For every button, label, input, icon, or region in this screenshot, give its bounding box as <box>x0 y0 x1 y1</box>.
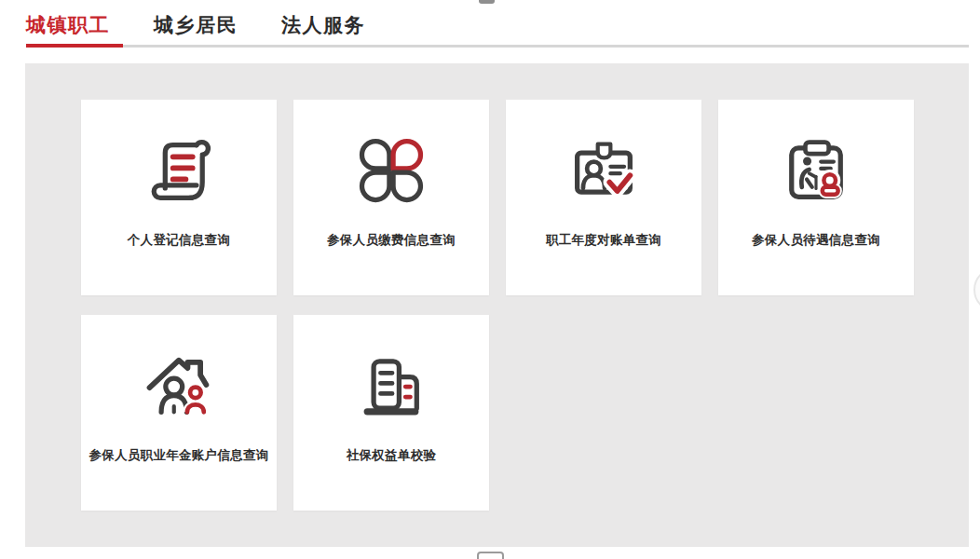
service-card-label: 个人登记信息查询 <box>128 232 230 249</box>
service-card-label: 职工年度对账单查询 <box>546 232 661 249</box>
service-card-label: 参保人员职业年金账户信息查询 <box>88 447 268 464</box>
id-badge-check-icon <box>565 131 643 210</box>
scroll-document-icon <box>140 131 218 210</box>
service-card[interactable]: 参保人员待遇信息查询 <box>718 100 914 295</box>
service-card[interactable]: 个人登记信息查询 <box>81 100 277 295</box>
services-panel: 个人登记信息查询 参保人员缴费信息查询 <box>25 63 969 547</box>
top-edge-notch <box>479 0 495 4</box>
service-card-label: 社保权益单校验 <box>347 447 437 464</box>
tabbar-divider <box>26 45 969 48</box>
service-card[interactable]: 社保权益单校验 <box>293 315 489 511</box>
right-edge-circle <box>973 267 980 312</box>
tab-legal-person-services[interactable]: 法人服务 <box>281 11 365 39</box>
service-card[interactable]: 参保人员职业年金账户信息查询 <box>81 315 277 511</box>
top-tab-bar: 城镇职工 城乡居民 法人服务 <box>26 11 365 39</box>
tab-urban-rural-resident[interactable]: 城乡居民 <box>154 11 238 39</box>
service-card-label: 参保人员缴费信息查询 <box>327 232 456 249</box>
tab-urban-employee[interactable]: 城镇职工 <box>26 11 110 39</box>
active-tab-underline <box>26 44 123 48</box>
service-card-label: 参保人员待遇信息查询 <box>752 232 880 249</box>
clipboard-elderly-icon <box>777 131 855 210</box>
bottom-edge-button[interactable] <box>477 552 504 559</box>
clover-petals-icon <box>352 131 430 210</box>
house-family-icon <box>140 347 218 425</box>
service-card[interactable]: 参保人员缴费信息查询 <box>293 100 489 295</box>
service-card[interactable]: 职工年度对账单查询 <box>506 100 701 295</box>
buildings-icon <box>352 347 430 425</box>
